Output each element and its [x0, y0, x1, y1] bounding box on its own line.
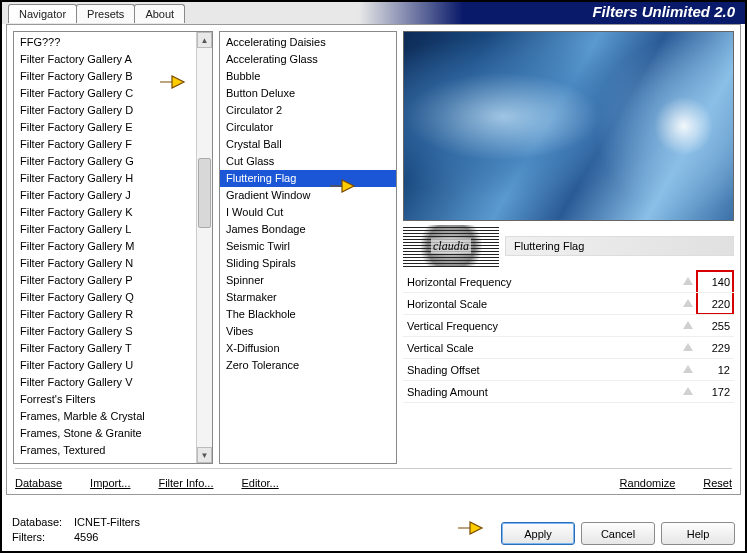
param-row: Horizontal Scale220: [403, 293, 734, 315]
app-title: Filters Unlimited 2.0: [592, 3, 735, 20]
filter-item[interactable]: Accelerating Glass: [220, 51, 396, 68]
category-item[interactable]: Filter Factory Gallery B: [14, 68, 196, 85]
filter-item[interactable]: Button Deluxe: [220, 85, 396, 102]
command-row: Database Import... Filter Info... Editor…: [15, 468, 732, 492]
category-item[interactable]: Filter Factory Gallery K: [14, 204, 196, 221]
scroll-down-icon[interactable]: ▼: [197, 447, 212, 463]
category-item[interactable]: Filter Factory Gallery H: [14, 170, 196, 187]
filter-item[interactable]: Accelerating Daisies: [220, 34, 396, 51]
category-item[interactable]: Filter Factory Gallery G: [14, 153, 196, 170]
current-filter-name: Fluttering Flag: [505, 236, 734, 256]
category-item[interactable]: Filter Factory Gallery P: [14, 272, 196, 289]
category-item[interactable]: Filter Factory Gallery N: [14, 255, 196, 272]
filter-item[interactable]: Vibes: [220, 323, 396, 340]
param-row: Horizontal Frequency140: [403, 271, 734, 293]
filter-item[interactable]: Gradient Window: [220, 187, 396, 204]
filter-item[interactable]: Bubble: [220, 68, 396, 85]
category-item[interactable]: Filter Factory Gallery E: [14, 119, 196, 136]
param-slider[interactable]: [543, 296, 698, 312]
parameter-list: Horizontal Frequency140Horizontal Scale2…: [403, 271, 734, 464]
scroll-up-icon[interactable]: ▲: [197, 32, 212, 48]
help-button[interactable]: Help: [661, 522, 735, 545]
database-link[interactable]: Database: [15, 477, 62, 489]
param-slider[interactable]: [543, 318, 698, 334]
category-item[interactable]: Filter Factory Gallery U: [14, 357, 196, 374]
category-item[interactable]: Filter Factory Gallery J: [14, 187, 196, 204]
reset-link[interactable]: Reset: [703, 477, 732, 489]
filter-item[interactable]: Crystal Ball: [220, 136, 396, 153]
param-row: Shading Offset12: [403, 359, 734, 381]
status-filters-label: Filters:: [12, 530, 74, 545]
filter-item[interactable]: Zero Tolerance: [220, 357, 396, 374]
param-label: Shading Amount: [403, 386, 543, 398]
randomize-link[interactable]: Randomize: [620, 477, 676, 489]
cancel-button[interactable]: Cancel: [581, 522, 655, 545]
filter-item[interactable]: Circulator 2: [220, 102, 396, 119]
param-value: 172: [698, 386, 734, 398]
filter-item[interactable]: The Blackhole: [220, 306, 396, 323]
import-link[interactable]: Import...: [90, 477, 130, 489]
filter-item[interactable]: Circulator: [220, 119, 396, 136]
category-item[interactable]: Filter Factory Gallery S: [14, 323, 196, 340]
param-label: Vertical Scale: [403, 342, 543, 354]
filter-item[interactable]: Sliding Spirals: [220, 255, 396, 272]
param-row: Vertical Frequency255: [403, 315, 734, 337]
param-row: Shading Amount172: [403, 381, 734, 403]
category-item[interactable]: FFG???: [14, 34, 196, 51]
status-filters-value: 4596: [74, 531, 98, 543]
tab-about[interactable]: About: [134, 4, 185, 23]
category-item[interactable]: Filter Factory Gallery F: [14, 136, 196, 153]
category-item[interactable]: Filter Factory Gallery Q: [14, 289, 196, 306]
filter-item[interactable]: Starmaker: [220, 289, 396, 306]
category-item[interactable]: Filter Factory Gallery T: [14, 340, 196, 357]
filter-item[interactable]: James Bondage: [220, 221, 396, 238]
param-value: 12: [698, 364, 734, 376]
category-item[interactable]: Forrest's Filters: [14, 391, 196, 408]
filter-list[interactable]: Accelerating DaisiesAccelerating GlassBu…: [219, 31, 397, 464]
category-item[interactable]: Filter Factory Gallery C: [14, 85, 196, 102]
filter-item[interactable]: Spinner: [220, 272, 396, 289]
category-item[interactable]: Filter Factory Gallery L: [14, 221, 196, 238]
category-item[interactable]: Frames, Marble & Crystal: [14, 408, 196, 425]
category-item[interactable]: Filter Factory Gallery V: [14, 374, 196, 391]
filter-item[interactable]: Cut Glass: [220, 153, 396, 170]
category-item[interactable]: Filter Factory Gallery R: [14, 306, 196, 323]
filter-item[interactable]: I Would Cut: [220, 204, 396, 221]
param-slider[interactable]: [543, 340, 698, 356]
filter-item[interactable]: Seismic Twirl: [220, 238, 396, 255]
param-slider[interactable]: [543, 274, 698, 290]
param-slider[interactable]: [543, 384, 698, 400]
category-item[interactable]: Filter Factory Gallery M: [14, 238, 196, 255]
status-db-label: Database:: [12, 515, 74, 530]
category-scrollbar[interactable]: ▲ ▼: [196, 32, 212, 463]
category-item[interactable]: Frames, Textured: [14, 442, 196, 459]
param-slider[interactable]: [543, 362, 698, 378]
param-label: Horizontal Scale: [403, 298, 543, 310]
param-label: Shading Offset: [403, 364, 543, 376]
category-item[interactable]: Filter Factory Gallery A: [14, 51, 196, 68]
right-pane: Fluttering Flag Horizontal Frequency140H…: [403, 31, 734, 464]
scroll-thumb[interactable]: [198, 158, 211, 228]
param-label: Horizontal Frequency: [403, 276, 543, 288]
brand-logo: [403, 225, 499, 267]
tab-presets[interactable]: Presets: [76, 4, 135, 23]
status-db-value: ICNET-Filters: [74, 516, 140, 528]
filter-item[interactable]: Fluttering Flag: [220, 170, 396, 187]
tab-strip: Navigator Presets About: [8, 4, 184, 23]
tab-navigator[interactable]: Navigator: [8, 4, 77, 23]
main-panel: FFG???Filter Factory Gallery AFilter Fac…: [6, 24, 741, 495]
category-list[interactable]: FFG???Filter Factory Gallery AFilter Fac…: [13, 31, 213, 464]
param-value: 229: [698, 342, 734, 354]
title-bar: Navigator Presets About Filters Unlimite…: [2, 2, 745, 24]
editor-link[interactable]: Editor...: [241, 477, 278, 489]
filter-item[interactable]: X-Diffusion: [220, 340, 396, 357]
category-item[interactable]: Frames, Stone & Granite: [14, 425, 196, 442]
filter-info-link[interactable]: Filter Info...: [158, 477, 213, 489]
preview-image: [403, 31, 734, 221]
param-value: 140: [698, 276, 734, 288]
status-area: Database:ICNET-Filters Filters:4596: [6, 515, 140, 545]
param-label: Vertical Frequency: [403, 320, 543, 332]
apply-button[interactable]: Apply: [501, 522, 575, 545]
category-item[interactable]: Filter Factory Gallery D: [14, 102, 196, 119]
param-value: 220: [698, 298, 734, 310]
